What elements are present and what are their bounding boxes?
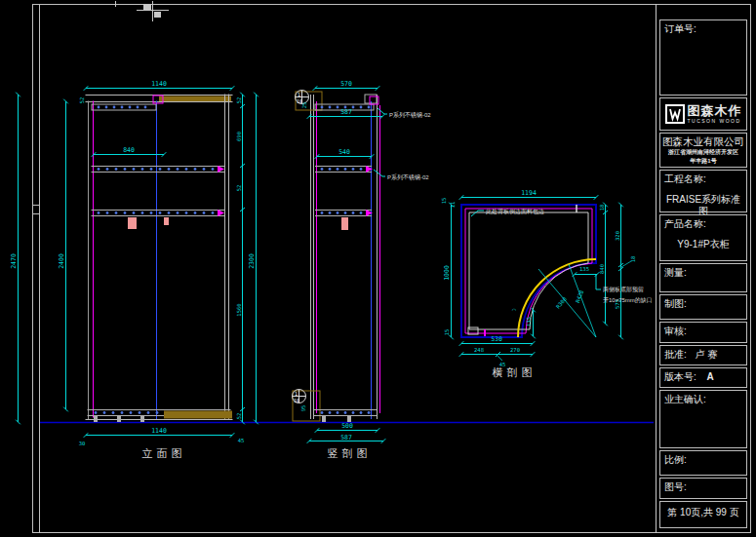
dim-text: 1140 [151,80,167,88]
title-block: 订单号: 图森木作 TUCSON WOOD 图森木业有限公司 浙江省湖州南浔经济… [656,4,752,533]
notch-callout-line2: 开10×75mm的缺口 [603,296,653,304]
dim-text: 15 [444,329,450,336]
tucson-logo-icon [665,104,685,124]
scale-box: 比例: [659,450,747,476]
dim-text: 135 [526,317,532,326]
logo-box: 图森木作 TUCSON WOOD [659,97,747,131]
version-label: 版本号: [664,371,696,382]
section-view [293,92,380,422]
dim-text: 270 [510,347,520,353]
dim-text: 248 [474,347,484,353]
product-value: Y9-1#P衣柜 [664,239,742,251]
dim-text: 11 [450,202,456,209]
dim-text: 690 [236,132,242,141]
approve-label: 批准: [664,349,687,360]
dim-text: 1560 [236,303,242,316]
datum-number: 1 [295,391,298,397]
dim-text: 135 [579,266,589,272]
section-datum-target-icon: 1 18 [296,91,309,104]
dim-text: 2400 [58,253,65,269]
scale-label: 比例: [664,454,687,465]
dim-text: 587 [340,434,352,441]
dim-text: 570 [340,80,352,88]
company-address-line2: 年丰路1号 [662,157,744,166]
company-box: 图森木业有限公司 浙江省湖州南浔经济开发区 年丰路1号 [659,133,747,168]
dim-text: 587 [340,108,352,116]
dim-text: 320 [615,231,620,241]
approve-value: 卢 赛 [696,349,718,360]
dim-text: 1194 [521,189,537,197]
page-info: 第 10页,共 99 页 [667,507,738,518]
elevation-view [86,95,232,422]
elevation-dimensions: 1140 840 52 2470 2400 52 690 52 1560 52 … [10,80,257,459]
dim-text: 52 [236,185,242,192]
project-box: 工程名称: FRAISE系列标准图 [659,170,747,212]
page-border [33,5,751,533]
arc-symbol: ⌒ [512,306,516,314]
elevation-view-label: 立面图 [142,447,186,459]
radius-label: R300 [555,296,568,310]
dim-text: 540 [338,148,350,156]
drawing-number-box: 图号: [659,478,747,499]
owner-confirm-label: 业主确认: [664,394,706,404]
dim-text: 18 [599,205,605,211]
dim-text: 1000 [443,265,451,281]
drawing-canvas: 1140 840 52 2470 2400 52 690 52 1560 52 … [0,0,756,537]
company-name: 图森木业有限公司 [662,135,744,148]
dim-text: 530 [491,335,502,343]
page-info-box: 第 10页,共 99 页 [659,501,747,528]
dim-text: 500 [341,422,353,430]
dim-text: 18 [630,256,636,263]
dim-text: 840 [599,264,605,274]
dim-text: 2300 [248,253,256,269]
dim-text: 25 [301,102,307,109]
owner-confirm-box: 业主确认: [659,390,747,448]
approve-box: 批准: 卢 赛 [659,345,747,365]
measure-label: 测量: [664,267,687,278]
edge-band-callout: 此处背板倒边面料包边 [486,208,544,215]
review-label: 审核: [664,326,687,336]
dim-text: 1140 [151,427,167,435]
dim-text: 52 [236,97,242,104]
company-address-line1: 浙江省湖州南浔经济开发区 [662,148,744,157]
logo-subtitle: TUCSON WOOD [688,119,742,124]
dim-text: 15 [441,198,447,205]
dim-text: 2470 [10,253,18,269]
version-box: 版本号: A [659,367,747,388]
dim-text: 30 [79,441,86,446]
dim-text: 45 [238,438,245,443]
hardware-callout: P系列不锈钢-02 [387,173,429,181]
dim-text: 840 [123,146,135,154]
project-label: 工程名称: [664,173,706,184]
section-view-label: 竖剖图 [328,447,372,459]
drawing-number-label: 图号: [664,481,687,492]
measure-box: 测量: [659,263,747,292]
dim-text: 52 [79,97,85,104]
section-datum-target-icon-bottom: 1 18 [293,390,306,403]
plan-view-label: 横剖图 [493,366,537,378]
order-number-box: 订单号: [659,19,747,96]
dim-text: 52 [236,413,242,420]
dim-text: 95 [300,405,306,412]
cad-drawing-page: 1140 840 52 2470 2400 52 690 52 1560 52 … [0,0,756,537]
logo-name: 图森木作 [688,104,742,117]
datum-number: 1 [298,92,300,97]
order-number-label: 订单号: [664,23,696,34]
version-value: A [707,371,714,382]
draft-label: 制图: [664,298,687,309]
hardware-callout: P系列不锈钢-02 [389,111,431,119]
product-label: 产品名称: [664,218,706,229]
notch-callout-line1: 两侧板底部预留 [603,286,644,293]
product-box: 产品名称: Y9-1#P衣柜 [659,214,747,261]
review-box: 审核: [659,322,747,343]
datum-sheet: 18 [294,398,299,403]
draft-box: 制图: [659,294,747,320]
